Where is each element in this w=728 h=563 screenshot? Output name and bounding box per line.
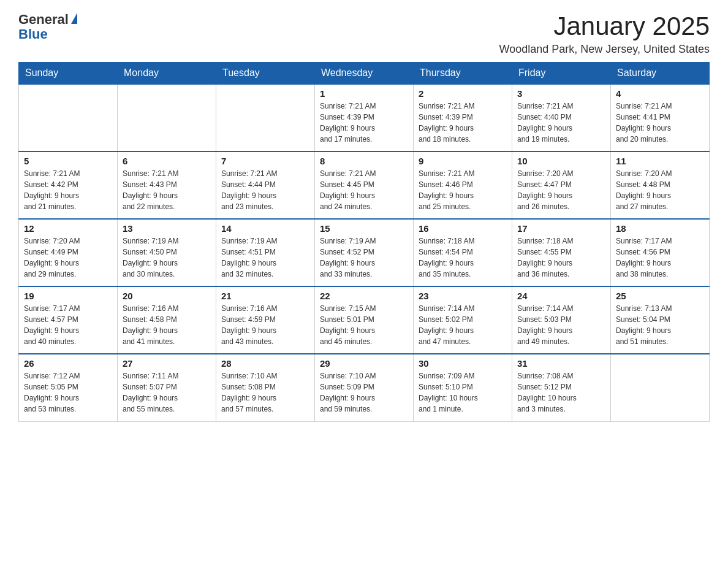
day-info: Sunrise: 7:21 AM Sunset: 4:45 PM Dayligh… xyxy=(320,168,408,212)
day-of-week-header: Monday xyxy=(118,63,216,85)
calendar-cell: 14Sunrise: 7:19 AM Sunset: 4:51 PM Dayli… xyxy=(216,219,315,286)
day-info: Sunrise: 7:13 AM Sunset: 5:04 PM Dayligh… xyxy=(616,303,704,347)
day-of-week-header: Sunday xyxy=(19,63,118,85)
calendar-cell: 25Sunrise: 7:13 AM Sunset: 5:04 PM Dayli… xyxy=(611,286,710,354)
day-number: 4 xyxy=(616,88,704,99)
calendar-cell: 29Sunrise: 7:10 AM Sunset: 5:09 PM Dayli… xyxy=(315,354,414,421)
calendar-header-row: SundayMondayTuesdayWednesdayThursdayFrid… xyxy=(19,63,710,85)
day-info: Sunrise: 7:21 AM Sunset: 4:39 PM Dayligh… xyxy=(419,101,507,145)
calendar-cell: 22Sunrise: 7:15 AM Sunset: 5:01 PM Dayli… xyxy=(315,286,414,354)
day-info: Sunrise: 7:16 AM Sunset: 4:59 PM Dayligh… xyxy=(221,303,309,347)
calendar-cell: 31Sunrise: 7:08 AM Sunset: 5:12 PM Dayli… xyxy=(512,354,611,421)
calendar-cell: 26Sunrise: 7:12 AM Sunset: 5:05 PM Dayli… xyxy=(19,354,118,421)
day-of-week-header: Saturday xyxy=(611,63,710,85)
day-info: Sunrise: 7:20 AM Sunset: 4:49 PM Dayligh… xyxy=(24,236,112,280)
day-number: 28 xyxy=(221,358,309,369)
day-number: 13 xyxy=(123,223,211,234)
calendar-cell: 4Sunrise: 7:21 AM Sunset: 4:41 PM Daylig… xyxy=(611,84,710,151)
calendar-cell: 9Sunrise: 7:21 AM Sunset: 4:46 PM Daylig… xyxy=(414,151,512,219)
calendar-cell: 13Sunrise: 7:19 AM Sunset: 4:50 PM Dayli… xyxy=(118,219,216,286)
day-number: 21 xyxy=(221,291,309,301)
day-number: 10 xyxy=(517,156,605,166)
day-number: 12 xyxy=(24,223,112,234)
day-number: 17 xyxy=(517,223,605,234)
calendar-cell: 11Sunrise: 7:20 AM Sunset: 4:48 PM Dayli… xyxy=(611,151,710,219)
day-number: 25 xyxy=(616,291,704,301)
calendar-week-row: 1Sunrise: 7:21 AM Sunset: 4:39 PM Daylig… xyxy=(19,84,710,151)
calendar-cell: 30Sunrise: 7:09 AM Sunset: 5:10 PM Dayli… xyxy=(414,354,512,421)
calendar-cell xyxy=(19,84,118,151)
day-info: Sunrise: 7:17 AM Sunset: 4:57 PM Dayligh… xyxy=(24,303,112,347)
logo-blue-text: Blue xyxy=(18,26,48,42)
calendar-week-row: 12Sunrise: 7:20 AM Sunset: 4:49 PM Dayli… xyxy=(19,219,710,286)
day-info: Sunrise: 7:14 AM Sunset: 5:03 PM Dayligh… xyxy=(517,303,605,347)
day-info: Sunrise: 7:20 AM Sunset: 4:48 PM Dayligh… xyxy=(616,168,704,212)
day-of-week-header: Tuesday xyxy=(216,63,315,85)
day-number: 18 xyxy=(616,223,704,234)
day-number: 19 xyxy=(24,291,112,301)
day-info: Sunrise: 7:12 AM Sunset: 5:05 PM Dayligh… xyxy=(24,370,112,415)
title-area: January 2025 Woodland Park, New Jersey, … xyxy=(499,12,710,56)
page-header: General Blue January 2025 Woodland Park,… xyxy=(18,12,710,56)
calendar-cell: 8Sunrise: 7:21 AM Sunset: 4:45 PM Daylig… xyxy=(315,151,414,219)
calendar-cell: 15Sunrise: 7:19 AM Sunset: 4:52 PM Dayli… xyxy=(315,219,414,286)
day-info: Sunrise: 7:21 AM Sunset: 4:41 PM Dayligh… xyxy=(616,101,704,145)
day-info: Sunrise: 7:21 AM Sunset: 4:40 PM Dayligh… xyxy=(517,101,605,145)
day-number: 22 xyxy=(320,291,408,301)
day-info: Sunrise: 7:20 AM Sunset: 4:47 PM Dayligh… xyxy=(517,168,605,212)
day-number: 20 xyxy=(123,291,211,301)
day-info: Sunrise: 7:08 AM Sunset: 5:12 PM Dayligh… xyxy=(517,370,605,415)
calendar-cell: 6Sunrise: 7:21 AM Sunset: 4:43 PM Daylig… xyxy=(118,151,216,219)
day-info: Sunrise: 7:10 AM Sunset: 5:09 PM Dayligh… xyxy=(320,370,408,415)
day-number: 11 xyxy=(616,156,704,166)
day-info: Sunrise: 7:09 AM Sunset: 5:10 PM Dayligh… xyxy=(419,370,507,415)
page-title: January 2025 xyxy=(499,12,710,40)
calendar-cell: 10Sunrise: 7:20 AM Sunset: 4:47 PM Dayli… xyxy=(512,151,611,219)
day-of-week-header: Thursday xyxy=(414,63,512,85)
calendar-table: SundayMondayTuesdayWednesdayThursdayFrid… xyxy=(18,62,710,422)
calendar-cell: 7Sunrise: 7:21 AM Sunset: 4:44 PM Daylig… xyxy=(216,151,315,219)
day-of-week-header: Friday xyxy=(512,63,611,85)
calendar-cell xyxy=(118,84,216,151)
day-info: Sunrise: 7:21 AM Sunset: 4:46 PM Dayligh… xyxy=(419,168,507,212)
day-info: Sunrise: 7:19 AM Sunset: 4:52 PM Dayligh… xyxy=(320,236,408,280)
day-info: Sunrise: 7:11 AM Sunset: 5:07 PM Dayligh… xyxy=(123,370,211,415)
calendar-cell: 1Sunrise: 7:21 AM Sunset: 4:39 PM Daylig… xyxy=(315,84,414,151)
calendar-week-row: 26Sunrise: 7:12 AM Sunset: 5:05 PM Dayli… xyxy=(19,354,710,421)
day-info: Sunrise: 7:10 AM Sunset: 5:08 PM Dayligh… xyxy=(221,370,309,415)
calendar-cell: 12Sunrise: 7:20 AM Sunset: 4:49 PM Dayli… xyxy=(19,219,118,286)
day-number: 7 xyxy=(221,156,309,166)
day-info: Sunrise: 7:18 AM Sunset: 4:54 PM Dayligh… xyxy=(419,236,507,280)
day-info: Sunrise: 7:21 AM Sunset: 4:44 PM Dayligh… xyxy=(221,168,309,212)
calendar-week-row: 5Sunrise: 7:21 AM Sunset: 4:42 PM Daylig… xyxy=(19,151,710,219)
day-number: 8 xyxy=(320,156,408,166)
day-number: 9 xyxy=(419,156,507,166)
day-info: Sunrise: 7:14 AM Sunset: 5:02 PM Dayligh… xyxy=(419,303,507,347)
day-number: 30 xyxy=(419,358,507,369)
calendar-cell: 24Sunrise: 7:14 AM Sunset: 5:03 PM Dayli… xyxy=(512,286,611,354)
day-info: Sunrise: 7:18 AM Sunset: 4:55 PM Dayligh… xyxy=(517,236,605,280)
calendar-cell: 3Sunrise: 7:21 AM Sunset: 4:40 PM Daylig… xyxy=(512,84,611,151)
day-number: 1 xyxy=(320,88,408,99)
day-number: 16 xyxy=(419,223,507,234)
day-number: 3 xyxy=(517,88,605,99)
calendar-cell: 20Sunrise: 7:16 AM Sunset: 4:58 PM Dayli… xyxy=(118,286,216,354)
day-number: 27 xyxy=(123,358,211,369)
day-info: Sunrise: 7:19 AM Sunset: 4:50 PM Dayligh… xyxy=(123,236,211,280)
logo-general-text: General xyxy=(18,12,69,27)
calendar-cell: 18Sunrise: 7:17 AM Sunset: 4:56 PM Dayli… xyxy=(611,219,710,286)
calendar-cell: 19Sunrise: 7:17 AM Sunset: 4:57 PM Dayli… xyxy=(19,286,118,354)
day-number: 23 xyxy=(419,291,507,301)
calendar-cell: 5Sunrise: 7:21 AM Sunset: 4:42 PM Daylig… xyxy=(19,151,118,219)
logo: General Blue xyxy=(18,12,77,42)
day-of-week-header: Wednesday xyxy=(315,63,414,85)
day-info: Sunrise: 7:21 AM Sunset: 4:39 PM Dayligh… xyxy=(320,101,408,145)
day-number: 6 xyxy=(123,156,211,166)
day-info: Sunrise: 7:21 AM Sunset: 4:43 PM Dayligh… xyxy=(123,168,211,212)
day-info: Sunrise: 7:19 AM Sunset: 4:51 PM Dayligh… xyxy=(221,236,309,280)
calendar-cell: 2Sunrise: 7:21 AM Sunset: 4:39 PM Daylig… xyxy=(414,84,512,151)
day-info: Sunrise: 7:15 AM Sunset: 5:01 PM Dayligh… xyxy=(320,303,408,347)
day-number: 5 xyxy=(24,156,112,166)
day-number: 15 xyxy=(320,223,408,234)
day-number: 2 xyxy=(419,88,507,99)
